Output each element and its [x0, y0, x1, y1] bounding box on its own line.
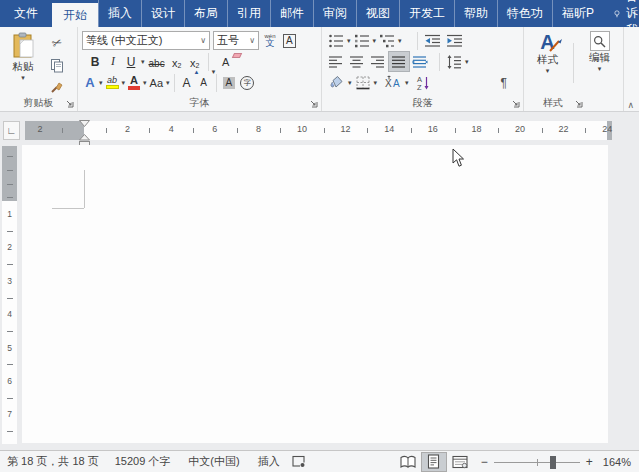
- justify-button[interactable]: [389, 52, 409, 71]
- zoom-slider[interactable]: [494, 455, 580, 469]
- ribbon-tab-bar: 文件 开始插入设计布局引用邮件审阅视图开发工帮助特色功福昕P 告诉我 共享: [0, 0, 639, 27]
- collapse-ribbon-button[interactable]: ∧: [627, 100, 634, 110]
- paragraph-dialog-launcher[interactable]: [511, 99, 521, 109]
- text-effects-dropdown-arrow[interactable]: ▾: [99, 79, 103, 86]
- borders-dropdown-arrow[interactable]: ▾: [374, 79, 378, 86]
- language-indicator[interactable]: 中文(中国): [188, 454, 239, 469]
- zoom-percentage[interactable]: 164%: [603, 456, 631, 468]
- tab-引用[interactable]: 引用: [227, 0, 270, 27]
- tab-视图[interactable]: 视图: [356, 0, 399, 27]
- chevron-down-icon: ∨: [249, 36, 255, 45]
- distribute-button[interactable]: [410, 52, 430, 71]
- shrink-font-button[interactable]: A▼: [196, 73, 212, 92]
- font-dialog-launcher[interactable]: [309, 99, 319, 109]
- tab-特色功[interactable]: 特色功: [497, 0, 552, 27]
- tab-邮件[interactable]: 邮件: [270, 0, 313, 27]
- editing-button[interactable]: 编辑 ▾: [577, 29, 622, 96]
- font-name-select[interactable]: 等线 (中文正文) ∨: [82, 31, 210, 50]
- asian-layout-button[interactable]: X A: [382, 73, 404, 92]
- insert-mode-indicator[interactable]: 插入: [258, 454, 280, 469]
- bullets-icon: [328, 33, 344, 49]
- copy-button[interactable]: [45, 56, 69, 75]
- clear-formatting-button[interactable]: A: [218, 52, 234, 71]
- word-count[interactable]: 15209 个字: [115, 454, 171, 469]
- character-border-button[interactable]: A: [281, 31, 298, 50]
- styles-dropdown-arrow[interactable]: ▾: [546, 67, 550, 74]
- align-left-button[interactable]: [326, 52, 346, 71]
- bullets-dropdown-arrow[interactable]: ▾: [347, 37, 351, 44]
- document-page[interactable]: [22, 145, 608, 443]
- bold-button[interactable]: B: [87, 52, 103, 71]
- zoom-slider-thumb[interactable]: [550, 456, 556, 469]
- clipboard-dialog-launcher[interactable]: [65, 99, 75, 109]
- paste-button[interactable]: 粘贴 ▾: [1, 29, 45, 96]
- tab-审阅[interactable]: 审阅: [313, 0, 356, 27]
- divider: [208, 53, 209, 71]
- first-line-indent-marker[interactable]: [79, 120, 90, 127]
- tab-布局[interactable]: 布局: [184, 0, 227, 27]
- highlight-dropdown-arrow[interactable]: ▾: [122, 79, 126, 86]
- strikethrough-button[interactable]: abc: [147, 52, 167, 71]
- line-spacing-dropdown-arrow[interactable]: ▾: [465, 58, 469, 65]
- multilevel-list-button[interactable]: [377, 31, 397, 50]
- tab-file[interactable]: 文件: [0, 0, 52, 27]
- character-shading-button[interactable]: A: [221, 73, 238, 92]
- decrease-indent-button[interactable]: [422, 31, 443, 50]
- scissors-icon: ✂: [50, 35, 64, 52]
- underline-dropdown-arrow[interactable]: ▾: [141, 58, 145, 65]
- borders-button[interactable]: [353, 73, 373, 92]
- font-color-button[interactable]: A: [126, 73, 142, 92]
- tab-stop-selector[interactable]: ∟: [3, 121, 20, 140]
- align-center-button[interactable]: [347, 52, 367, 71]
- web-layout-button[interactable]: [448, 453, 472, 471]
- text-effects-button[interactable]: A: [82, 73, 98, 92]
- multilevel-list-dropdown-arrow[interactable]: ▾: [398, 37, 402, 44]
- search-icon: [593, 35, 606, 48]
- tell-me-button[interactable]: 告诉我: [603, 0, 639, 27]
- asian-layout-dropdown-arrow[interactable]: ▾: [405, 79, 409, 86]
- shading-button[interactable]: [326, 73, 347, 92]
- show-hide-marks-button[interactable]: ¶: [499, 73, 509, 92]
- bullets-button[interactable]: [326, 31, 346, 50]
- styles-dialog-launcher[interactable]: [574, 99, 584, 109]
- increase-indent-button[interactable]: [444, 31, 465, 50]
- phonetic-guide-button[interactable]: wén 文: [262, 31, 278, 50]
- line-spacing-button[interactable]: [444, 52, 464, 71]
- print-layout-button[interactable]: [422, 453, 446, 471]
- mouse-cursor-icon: [452, 148, 466, 168]
- cut-button[interactable]: ✂: [45, 34, 69, 53]
- align-right-button[interactable]: [368, 52, 388, 71]
- read-mode-button[interactable]: [396, 453, 420, 471]
- tab-福昕P[interactable]: 福昕P: [552, 0, 603, 27]
- tab-开发工[interactable]: 开发工: [399, 0, 454, 27]
- tab-设计[interactable]: 设计: [141, 0, 184, 27]
- macro-record-button[interactable]: [292, 455, 306, 468]
- highlight-button[interactable]: ab: [104, 73, 121, 92]
- tab-开始[interactable]: 开始: [52, 3, 98, 27]
- sort-icon: A Z: [416, 75, 431, 91]
- sort-button[interactable]: A Z: [414, 73, 433, 92]
- editing-dropdown-arrow[interactable]: ▾: [598, 65, 602, 72]
- tab-帮助[interactable]: 帮助: [454, 0, 497, 27]
- font-size-select[interactable]: 五号 ∨: [213, 31, 259, 50]
- change-case-button[interactable]: Aa: [148, 73, 165, 92]
- shading-dropdown-arrow[interactable]: ▾: [348, 79, 352, 86]
- numbering-dropdown-arrow[interactable]: ▾: [373, 37, 377, 44]
- font-color-dropdown-arrow[interactable]: ▾: [143, 79, 147, 86]
- format-painter-button[interactable]: [45, 77, 69, 96]
- clipboard-minibuttons: ✂: [45, 29, 69, 96]
- grow-font-button[interactable]: A▲: [179, 73, 195, 92]
- zoom-out-button[interactable]: −: [481, 455, 488, 469]
- italic-button[interactable]: I: [105, 52, 121, 71]
- ruler-number: 14: [381, 124, 397, 134]
- underline-button[interactable]: U: [123, 52, 139, 71]
- change-case-dropdown-arrow[interactable]: ▾: [166, 79, 170, 86]
- subscript-button[interactable]: x2: [169, 52, 185, 71]
- page-indicator[interactable]: 第 18 页，共 18 页: [7, 454, 99, 469]
- zoom-in-button[interactable]: +: [586, 455, 593, 469]
- enclose-characters-button[interactable]: 字: [238, 73, 256, 92]
- tab-插入[interactable]: 插入: [98, 0, 141, 27]
- paste-dropdown-arrow[interactable]: ▾: [21, 74, 25, 81]
- numbering-button[interactable]: [352, 31, 372, 50]
- styles-button[interactable]: A 样式 ▾: [525, 29, 570, 96]
